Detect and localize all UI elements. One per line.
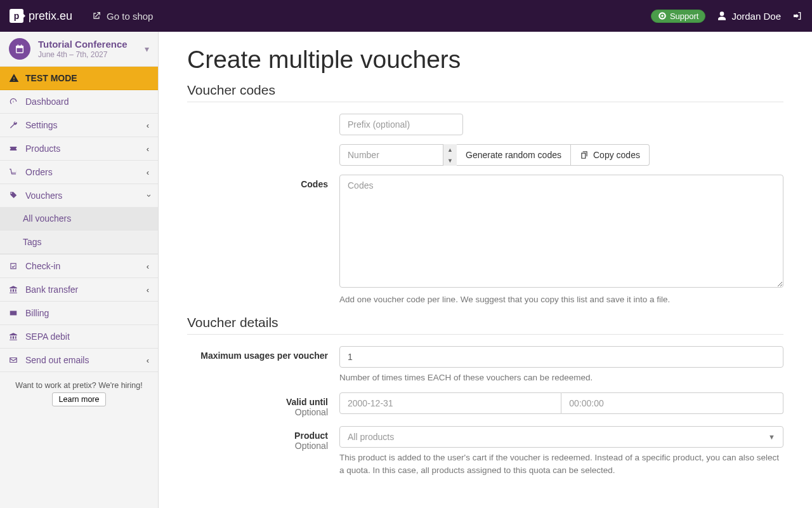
max-usages-help: Number of times times EACH of these vouc… bbox=[339, 371, 783, 384]
envelope-icon bbox=[9, 356, 18, 364]
sidebar-item-banktransfer[interactable]: Bank transfer ‹ bbox=[0, 278, 158, 301]
user-name: Jordan Doe bbox=[731, 11, 781, 22]
brand-link[interactable]: p pretix.eu bbox=[10, 9, 72, 23]
codes-textarea[interactable] bbox=[339, 175, 783, 288]
sidebar-item-sepa[interactable]: SEPA debit bbox=[0, 325, 158, 348]
go-to-shop-link[interactable]: Go to shop bbox=[91, 11, 153, 22]
chevron-left-icon: ‹ bbox=[147, 356, 149, 365]
user-icon bbox=[717, 11, 727, 21]
bank-icon bbox=[9, 285, 18, 294]
max-usages-label: Maximum usages per voucher bbox=[200, 351, 328, 361]
valid-until-label: Valid until bbox=[286, 397, 328, 407]
valid-until-date-input[interactable] bbox=[339, 392, 561, 414]
divider bbox=[187, 102, 783, 102]
product-placeholder: All products bbox=[348, 432, 394, 442]
sidebar-item-settings[interactable]: Settings ‹ bbox=[0, 114, 158, 137]
hiring-box: Want to work at pretix? We're hiring! Le… bbox=[0, 372, 158, 415]
user-menu[interactable]: Jordan Doe bbox=[717, 11, 781, 22]
product-optional: Optional bbox=[187, 441, 328, 451]
copy-icon bbox=[580, 150, 589, 159]
gauge-icon bbox=[9, 97, 18, 106]
caret-down-icon: ▼ bbox=[768, 433, 775, 441]
sidebar-menu: Dashboard Settings ‹ Products ‹ Orders ‹… bbox=[0, 90, 158, 372]
support-label: Support bbox=[670, 11, 699, 21]
chevron-down-icon: ‹ bbox=[143, 194, 152, 197]
sidebar-item-label: Settings bbox=[25, 120, 58, 130]
sidebar-sub-all-vouchers[interactable]: All vouchers bbox=[0, 207, 158, 230]
copy-codes-label: Copy codes bbox=[593, 150, 640, 160]
logout-button[interactable] bbox=[792, 11, 802, 22]
brand-text: pretix.eu bbox=[29, 10, 72, 23]
divider bbox=[187, 334, 783, 335]
sidebar-item-vouchers[interactable]: Vouchers ‹ bbox=[0, 184, 158, 207]
chevron-left-icon: ‹ bbox=[147, 144, 149, 154]
product-select[interactable]: All products ▼ bbox=[339, 426, 783, 448]
calendar-icon bbox=[9, 38, 30, 60]
caret-down-icon: ▾ bbox=[145, 44, 149, 54]
generate-codes-label: Generate random codes bbox=[466, 150, 561, 160]
sidebar-item-label: Check-in bbox=[25, 261, 60, 271]
sidebar-item-label: Products bbox=[25, 144, 60, 154]
number-stepper[interactable]: ▲▼ bbox=[443, 144, 457, 166]
hiring-text: Want to work at pretix? We're hiring! bbox=[6, 381, 152, 390]
product-help: This product is added to the user's cart… bbox=[339, 451, 783, 476]
brand-logo: p bbox=[10, 9, 23, 23]
valid-until-time-input[interactable] bbox=[561, 392, 783, 414]
product-label: Product bbox=[294, 431, 328, 441]
chevron-left-icon: ‹ bbox=[147, 168, 149, 177]
chevron-left-icon: ‹ bbox=[147, 285, 149, 295]
test-mode-label: TEST MODE bbox=[25, 73, 77, 83]
sidebar: Tutorial Conference June 4th – 7th, 2027… bbox=[0, 32, 159, 508]
valid-until-optional: Optional bbox=[187, 407, 328, 417]
sidebar-item-sendmail[interactable]: Send out emails ‹ bbox=[0, 349, 158, 371]
codes-label: Codes bbox=[301, 179, 328, 189]
ticket-icon bbox=[9, 144, 18, 153]
sidebar-item-label: Bank transfer bbox=[25, 284, 78, 295]
tags-icon bbox=[9, 191, 18, 200]
sidebar-item-checkin[interactable]: Check-in ‹ bbox=[0, 255, 158, 277]
event-name: Tutorial Conference bbox=[38, 39, 128, 50]
event-switcher[interactable]: Tutorial Conference June 4th – 7th, 2027… bbox=[0, 32, 158, 67]
chevron-left-icon: ‹ bbox=[147, 121, 149, 130]
codes-help: Add one voucher code per line. We sugges… bbox=[339, 293, 783, 306]
sidebar-item-orders[interactable]: Orders ‹ bbox=[0, 161, 158, 184]
test-mode-banner: TEST MODE bbox=[0, 67, 158, 90]
sidebar-sub-tags[interactable]: Tags bbox=[0, 231, 158, 253]
generate-codes-button[interactable]: Generate random codes bbox=[457, 144, 571, 166]
sidebar-item-label: Billing bbox=[25, 308, 49, 318]
support-button[interactable]: Support bbox=[651, 10, 706, 23]
main-content: Create multiple vouchers Voucher codes ▲… bbox=[159, 32, 812, 508]
copy-codes-button[interactable]: Copy codes bbox=[571, 144, 650, 166]
number-input[interactable] bbox=[339, 144, 457, 166]
sidebar-item-products[interactable]: Products ‹ bbox=[0, 137, 158, 160]
hiring-learn-more-button[interactable]: Learn more bbox=[52, 392, 107, 406]
sidebar-item-label: Tags bbox=[23, 237, 42, 247]
section-voucher-details: Voucher details bbox=[187, 315, 783, 330]
page-title: Create multiple vouchers bbox=[187, 46, 783, 74]
prefix-input[interactable] bbox=[339, 114, 463, 135]
sidebar-item-dashboard[interactable]: Dashboard bbox=[0, 90, 158, 113]
bank-icon bbox=[9, 332, 18, 341]
max-usages-input[interactable] bbox=[339, 346, 783, 368]
sidebar-item-label: All vouchers bbox=[23, 213, 71, 224]
event-dates: June 4th – 7th, 2027 bbox=[38, 50, 128, 59]
navbar: p pretix.eu Go to shop Support Jordan Do… bbox=[0, 0, 812, 32]
go-to-shop-label: Go to shop bbox=[107, 11, 153, 22]
money-icon bbox=[9, 309, 18, 318]
cart-icon bbox=[9, 168, 18, 177]
sidebar-item-billing[interactable]: Billing bbox=[0, 302, 158, 324]
chevron-left-icon: ‹ bbox=[147, 262, 149, 271]
sidebar-item-label: Vouchers bbox=[25, 190, 62, 201]
sidebar-item-label: SEPA debit bbox=[25, 331, 70, 342]
sidebar-item-label: Send out emails bbox=[25, 355, 89, 365]
sign-out-icon bbox=[792, 11, 802, 21]
check-square-icon bbox=[9, 262, 18, 271]
wrench-icon bbox=[9, 121, 18, 130]
external-link-icon bbox=[91, 11, 102, 21]
warning-icon bbox=[9, 73, 19, 83]
sidebar-item-label: Dashboard bbox=[25, 97, 69, 107]
sidebar-item-label: Orders bbox=[25, 167, 53, 177]
lifebuoy-icon bbox=[658, 11, 667, 20]
section-voucher-codes: Voucher codes bbox=[187, 83, 783, 98]
